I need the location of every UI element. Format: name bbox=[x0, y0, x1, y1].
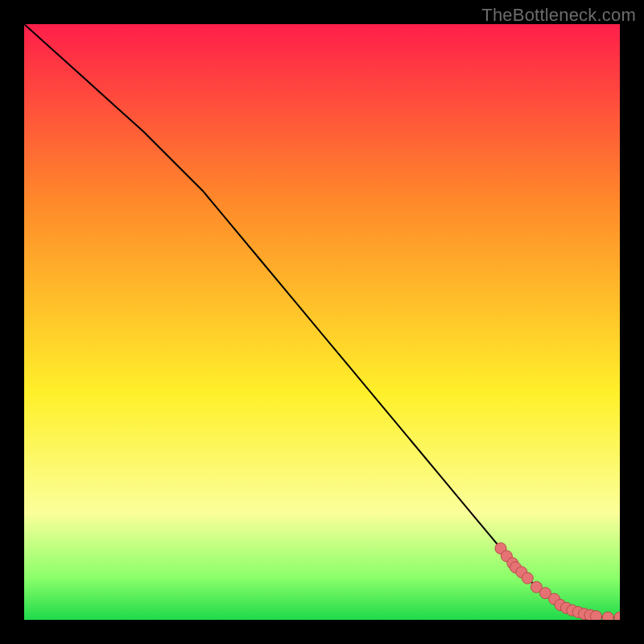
chart-stage: TheBottleneck.com bbox=[0, 0, 644, 644]
gradient-background bbox=[24, 24, 620, 620]
watermark-text: TheBottleneck.com bbox=[481, 5, 636, 26]
chart-plot bbox=[24, 24, 620, 620]
data-point bbox=[602, 612, 613, 620]
data-point bbox=[590, 611, 601, 620]
data-point bbox=[522, 572, 533, 584]
